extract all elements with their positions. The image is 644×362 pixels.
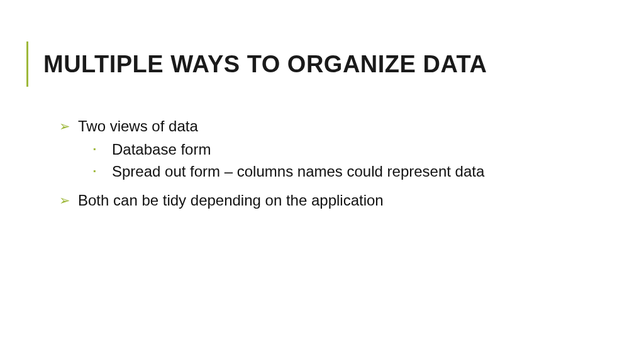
arrow-icon: ➢ bbox=[59, 116, 78, 136]
bullet-text: Database form bbox=[112, 139, 599, 161]
bullet-level1: ➢ Two views of data bbox=[59, 116, 599, 138]
slide-title: MULTIPLE WAYS TO ORGANIZE DATA bbox=[43, 51, 487, 78]
bullet-text: Both can be tidy depending on the applic… bbox=[78, 190, 599, 212]
bullet-level2: ▪ Spread out form – columns names could … bbox=[93, 161, 599, 183]
slide: MULTIPLE WAYS TO ORGANIZE DATA ➢ Two vie… bbox=[0, 0, 644, 362]
slide-body: ➢ Two views of data ▪ Database form ▪ Sp… bbox=[45, 116, 599, 212]
bullet-level2: ▪ Database form bbox=[93, 139, 599, 161]
square-icon: ▪ bbox=[93, 161, 112, 177]
square-icon: ▪ bbox=[93, 139, 112, 155]
sub-list: ▪ Database form ▪ Spread out form – colu… bbox=[59, 139, 599, 183]
spacer bbox=[59, 182, 599, 190]
bullet-level1: ➢ Both can be tidy depending on the appl… bbox=[59, 190, 599, 212]
bullet-text: Spread out form – columns names could re… bbox=[112, 161, 599, 183]
bullet-text: Two views of data bbox=[78, 116, 599, 138]
title-block: MULTIPLE WAYS TO ORGANIZE DATA bbox=[45, 41, 599, 87]
arrow-icon: ➢ bbox=[59, 190, 78, 210]
accent-bar bbox=[26, 41, 28, 87]
